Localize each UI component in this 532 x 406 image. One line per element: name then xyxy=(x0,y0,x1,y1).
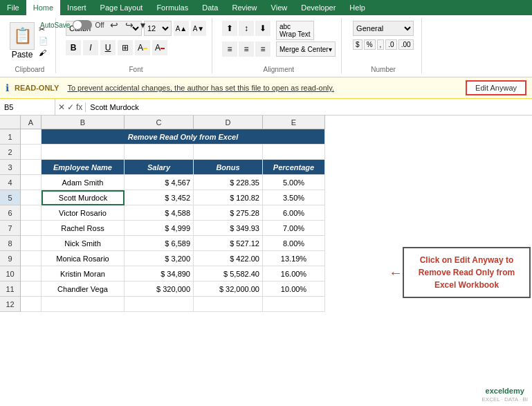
cell-a8[interactable] xyxy=(21,236,42,251)
insert-function-button[interactable]: fx xyxy=(76,102,82,112)
cell-b5[interactable]: Scott Murdock xyxy=(42,190,125,205)
cell-d9[interactable]: $ 422.00 xyxy=(194,251,263,266)
cell-b11[interactable]: Chandler Vega xyxy=(42,282,125,297)
cell-a9[interactable] xyxy=(21,251,42,266)
tab-developer[interactable]: Developer xyxy=(294,0,342,15)
decrease-font-btn[interactable]: A▼ xyxy=(191,21,206,36)
comma-button[interactable]: , xyxy=(377,39,385,50)
tab-formulas[interactable]: Formulas xyxy=(149,0,195,15)
cell-c12[interactable] xyxy=(125,297,194,312)
cell-d11[interactable]: $ 32,000.00 xyxy=(194,282,263,297)
cell-d6[interactable]: $ 275.28 xyxy=(194,205,263,221)
col-header-a[interactable]: A xyxy=(21,116,42,129)
merge-center-button[interactable]: Merge & Center ▾ xyxy=(276,41,336,57)
col-header-d[interactable]: D xyxy=(194,116,263,129)
align-right-button[interactable]: ≡ xyxy=(255,41,270,57)
cell-c2[interactable] xyxy=(125,145,194,160)
cell-e11[interactable]: 10.00% xyxy=(263,282,325,297)
increase-decimal-button[interactable]: .0 xyxy=(385,39,396,50)
row-num-7[interactable]: 7 xyxy=(0,221,21,236)
tab-help[interactable]: Help xyxy=(342,0,372,15)
cell-d8[interactable]: $ 527.12 xyxy=(194,236,263,251)
cell-c5[interactable]: $ 3,452 xyxy=(125,190,194,205)
cell-d4[interactable]: $ 228.35 xyxy=(194,175,263,190)
number-format-select[interactable]: General xyxy=(353,21,414,36)
cell-a7[interactable] xyxy=(21,221,42,236)
cell-a1[interactable] xyxy=(21,129,42,145)
cell-c11[interactable]: $ 320,000 xyxy=(125,282,194,297)
align-top-button[interactable]: ⬆ xyxy=(222,21,237,36)
underline-button[interactable]: U xyxy=(100,40,116,55)
cell-d12[interactable] xyxy=(194,297,263,312)
decrease-decimal-button[interactable]: .00 xyxy=(398,39,414,50)
align-left-button[interactable]: ≡ xyxy=(222,41,237,57)
row-num-4[interactable]: 4 xyxy=(0,175,21,190)
tab-page-layout[interactable]: Page Layout xyxy=(93,0,150,15)
row-num-3[interactable]: 3 xyxy=(0,160,21,175)
cell-b8[interactable]: Nick Smith xyxy=(42,236,125,251)
cell-b7[interactable]: Rachel Ross xyxy=(42,221,125,236)
cell-b10[interactable]: Kristin Moran xyxy=(42,266,125,282)
percent-button[interactable]: % xyxy=(364,39,376,50)
row-num-10[interactable]: 10 xyxy=(0,266,21,282)
cell-a5[interactable] xyxy=(21,190,42,205)
tab-home[interactable]: Home xyxy=(26,0,60,15)
cancel-formula-button[interactable]: ✕ xyxy=(58,102,65,112)
formula-input[interactable] xyxy=(86,103,532,111)
cell-b2[interactable] xyxy=(42,145,125,160)
cell-a6[interactable] xyxy=(21,205,42,221)
row-num-2[interactable]: 2 xyxy=(0,145,21,160)
paste-button[interactable]: 📋 Paste xyxy=(10,22,35,59)
cell-e3[interactable]: Percentage xyxy=(263,160,325,175)
cell-d3[interactable]: Bonus xyxy=(194,160,263,175)
redo-button[interactable]: ↪ xyxy=(124,19,135,30)
cell-c4[interactable]: $ 4,567 xyxy=(125,175,194,190)
cell-c7[interactable]: $ 4,999 xyxy=(125,221,194,236)
cell-e2[interactable] xyxy=(263,145,325,160)
cell-a11[interactable] xyxy=(21,282,42,297)
row-num-6[interactable]: 6 xyxy=(0,205,21,221)
cell-e9[interactable]: 13.19% xyxy=(263,251,325,266)
copy-button[interactable]: 📄 xyxy=(37,36,50,46)
border-button[interactable]: ⊞ xyxy=(118,40,133,55)
font-color-button[interactable]: A▬ xyxy=(152,40,167,55)
bold-button[interactable]: B xyxy=(66,40,81,55)
row-num-9[interactable]: 9 xyxy=(0,251,21,266)
cell-d10[interactable]: $ 5,582.40 xyxy=(194,266,263,282)
cell-b3[interactable]: Employee Name xyxy=(42,160,125,175)
cell-a12[interactable] xyxy=(21,297,42,312)
wrap-text-button[interactable]: abc Wrap Text xyxy=(276,21,314,40)
col-header-c[interactable]: C xyxy=(125,116,194,129)
tab-data[interactable]: Data xyxy=(195,0,225,15)
italic-button[interactable]: I xyxy=(83,40,98,55)
cell-e4[interactable]: 5.00% xyxy=(263,175,325,190)
edit-anyway-button[interactable]: Edit Anyway xyxy=(466,80,526,95)
row-num-12[interactable]: 12 xyxy=(0,297,21,312)
cell-c9[interactable]: $ 3,200 xyxy=(125,251,194,266)
cell-b4[interactable]: Adam Smith xyxy=(42,175,125,190)
cell-e8[interactable]: 8.00% xyxy=(263,236,325,251)
col-header-e[interactable]: E xyxy=(263,116,325,129)
undo-button[interactable]: ↩ xyxy=(109,19,120,30)
cell-b1[interactable]: Remove Read Only from Excel xyxy=(42,129,325,145)
cell-reference-box[interactable]: B5 xyxy=(0,99,55,115)
cell-a4[interactable] xyxy=(21,175,42,190)
tab-view[interactable]: View xyxy=(264,0,295,15)
cell-c6[interactable]: $ 4,588 xyxy=(125,205,194,221)
cell-d2[interactable] xyxy=(194,145,263,160)
increase-font-btn[interactable]: A▲ xyxy=(174,21,189,36)
currency-button[interactable]: $ xyxy=(353,39,363,50)
cell-e12[interactable] xyxy=(263,297,325,312)
qat-dropdown[interactable]: ▾ xyxy=(139,19,147,30)
row-num-8[interactable]: 8 xyxy=(0,236,21,251)
cell-b9[interactable]: Monica Rosario xyxy=(42,251,125,266)
cell-a10[interactable] xyxy=(21,266,42,282)
fill-color-button[interactable]: A▬ xyxy=(135,40,150,55)
tab-file[interactable]: File xyxy=(0,0,26,15)
cell-e10[interactable]: 16.00% xyxy=(263,266,325,282)
cell-e7[interactable]: 7.00% xyxy=(263,221,325,236)
tab-review[interactable]: Review xyxy=(225,0,264,15)
cell-c3[interactable]: Salary xyxy=(125,160,194,175)
align-middle-button[interactable]: ↕ xyxy=(239,21,254,36)
cell-b12[interactable] xyxy=(42,297,125,312)
